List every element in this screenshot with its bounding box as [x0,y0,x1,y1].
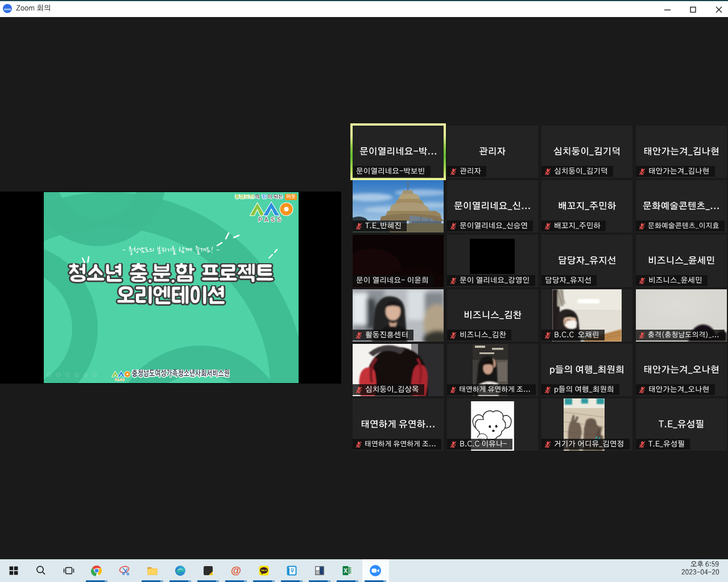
svg-text:TALK: TALK [260,569,267,572]
svg-text:PASS: PASS [258,217,284,222]
svg-text:zoom: zoom [4,8,11,11]
svg-text:X: X [344,568,348,574]
svg-text:PASS: PASS [115,379,125,381]
svg-text:@: @ [231,565,241,576]
